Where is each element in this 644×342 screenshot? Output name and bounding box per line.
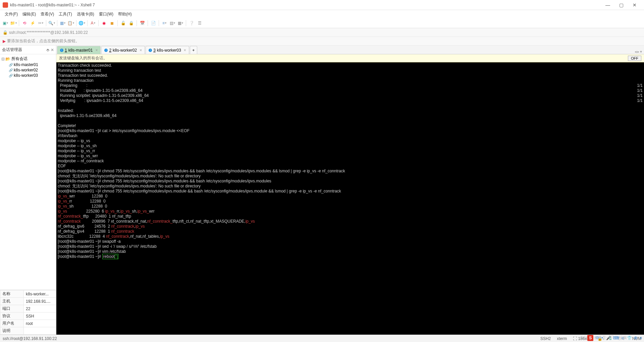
tab-worker03[interactable]: ! 3 k8s-worker03 × (146, 46, 189, 54)
status-conn: ssh://root@192.168.91.100:22 (3, 336, 57, 341)
separator (87, 20, 88, 26)
ime-set-icon[interactable]: ⚙ (634, 336, 638, 340)
open-icon[interactable]: 📁 (10, 20, 17, 26)
ime-punct[interactable]: •, (601, 336, 604, 340)
tab-master01[interactable]: ! 1 k8s-master01 × (57, 46, 101, 54)
prop-row: 主机192.168.91.... (0, 298, 56, 305)
session-tree: ⊟📂 所有会话 🔗k8s-master01 🔗k8s-worker02 🔗k8s… (0, 54, 56, 79)
ime-menu-icon[interactable]: ≡ (640, 336, 642, 340)
ime-pad-icon[interactable]: ⌨ (613, 336, 619, 340)
tab-worker02[interactable]: ! 2 k8s-worker02 × (101, 46, 145, 54)
menu-tools[interactable]: 工具(T) (57, 11, 74, 18)
tab-nav[interactable]: ◂▸▾ (633, 49, 644, 54)
menu-edit[interactable]: 编辑(E) (20, 11, 38, 18)
new-session-icon[interactable]: ▣ (2, 20, 9, 26)
disconnect-icon[interactable]: ⚡ (29, 20, 36, 26)
separator (117, 20, 118, 26)
tab-label: k8s-worker02 (113, 48, 137, 53)
ime-lang[interactable]: 中 (595, 335, 599, 341)
close-panel-icon[interactable]: ✕ (51, 48, 54, 52)
window-title: k8s-master01 - root@k8s-master01:~ - Xsh… (10, 3, 601, 7)
title-bar: k8s-master01 - root@k8s-master01:~ - Xsh… (0, 0, 644, 10)
tree-root-label: 所有会话 (11, 56, 28, 62)
cursor (115, 255, 117, 259)
minimize-button[interactable]: — (601, 2, 614, 8)
encoding-icon[interactable]: ≡ (161, 20, 168, 26)
tree-item[interactable]: 🔗k8s-master01 (1, 62, 55, 67)
app-icon (3, 2, 8, 8)
broadcast-toggle[interactable]: OFF (628, 56, 641, 61)
find-icon[interactable]: 🔍 (48, 20, 55, 26)
tab-close-icon[interactable]: × (184, 48, 186, 53)
menu-tabs[interactable]: 选项卡(B) (75, 11, 96, 18)
record-icon[interactable]: ◉ (101, 20, 107, 26)
address-bar[interactable]: 🔒 ssh://root:***************@192.168.91.… (0, 28, 644, 37)
paste-icon[interactable]: 📋 (67, 20, 74, 26)
status-term: xterm (557, 336, 567, 341)
layout2-icon[interactable]: ▦ (177, 20, 184, 26)
flag-icon: ▶ (3, 39, 6, 44)
separator (76, 20, 76, 26)
copy-icon[interactable]: ▦ (59, 20, 66, 26)
status-dot-icon: ! (104, 49, 108, 52)
sidebar-title: 会话管理器 (2, 47, 22, 53)
web-icon[interactable]: 🌐 (78, 20, 85, 26)
transfer-icon[interactable]: ✂ (37, 20, 44, 26)
prop-row: 用户名root (0, 320, 56, 327)
ime-skin-icon[interactable]: 👕 (627, 336, 632, 340)
status-dot-icon: ! (149, 49, 152, 52)
tree-root[interactable]: ⊟📂 所有会话 (1, 56, 55, 62)
ime-mic-icon[interactable]: 🎤 (606, 336, 611, 340)
broadcast-text: 发送键盘输入的所有会话。 (59, 55, 107, 61)
tab-close-icon[interactable]: × (140, 48, 142, 53)
help-icon[interactable]: ❔ (188, 20, 195, 26)
session-manager-panel: 会话管理器 ⬘ ✕ ⊟📂 所有会话 🔗k8s-master01 🔗k8s-wor… (0, 46, 56, 335)
pin-icon[interactable]: ⬘ (46, 48, 49, 52)
stop-icon[interactable]: ◼ (109, 20, 115, 26)
tab-bar: ! 1 k8s-master01 × ! 2 k8s-worker02 × ! … (56, 46, 644, 54)
font-icon[interactable]: A (90, 20, 96, 26)
separator (159, 20, 159, 26)
menu-window[interactable]: 窗口(W) (97, 11, 115, 18)
toolbar: ▣ 📁 ⟲ ⚡ ✂ 🔍 ▦ 📋 🌐 A ◉ ◼ 🔓 🔒 📅 📄 ≡ ▤ ▦ ❔ … (0, 18, 644, 28)
broadcast-bar: 发送键盘输入的所有会话。 OFF (56, 54, 644, 62)
terminal[interactable]: Transaction check succeeded. Running tra… (56, 62, 644, 335)
tree-item-label: k8s-worker03 (14, 73, 38, 78)
separator (148, 20, 148, 26)
prop-row: 端口22 (0, 305, 56, 312)
prop-row: 名称k8s-worker... (0, 290, 56, 298)
layout-icon[interactable]: ▤ (169, 20, 176, 26)
menu-help[interactable]: 帮助(H) (116, 11, 134, 18)
tree-item-label: k8s-master01 (14, 62, 38, 67)
menu-view[interactable]: 查看(V) (39, 11, 56, 18)
about-icon[interactable]: ☰ (196, 20, 203, 26)
tree-item[interactable]: 🔗k8s-worker03 (1, 73, 55, 78)
lock-icon[interactable]: 🔓 (120, 20, 126, 26)
cal-icon[interactable]: 📅 (139, 20, 146, 26)
close-button[interactable]: ✕ (628, 2, 641, 8)
ime-logo-icon: S (587, 335, 593, 341)
reconnect-icon[interactable]: ⟲ (21, 20, 28, 26)
status-dot-icon: ! (60, 49, 63, 52)
separator (137, 20, 137, 26)
hint-bar: ▶ 要添加当前会话，点击左侧的箭头按钮。 (0, 37, 644, 46)
separator (186, 20, 186, 26)
maximize-button[interactable]: ▢ (614, 2, 628, 8)
status-bar: ssh://root@192.168.91.100:22 SSH2 xterm … (0, 335, 644, 342)
separator (98, 20, 99, 26)
tree-item[interactable]: 🔗k8s-worker02 (1, 67, 55, 73)
script-icon[interactable]: 📄 (150, 20, 157, 26)
properties-panel: 名称k8s-worker... 主机192.168.91.... 端口22 协议… (0, 290, 56, 335)
lock-icon: 🔒 (3, 30, 8, 35)
tab-add-button[interactable]: + (190, 46, 197, 54)
tab-close-icon[interactable]: × (95, 48, 98, 53)
hint-text: 要添加当前会话，点击左侧的箭头按钮。 (7, 38, 79, 44)
menu-bar: 文件(F) 编辑(E) 查看(V) 工具(T) 选项卡(B) 窗口(W) 帮助(… (0, 10, 644, 18)
key-icon[interactable]: 🔒 (128, 20, 135, 26)
ime-bar[interactable]: S 中 •, 🎤 ⌨ ☺ 👕 ⚙ ≡ (587, 335, 642, 341)
tab-label: k8s-worker03 (157, 48, 181, 53)
prop-row: 说明 (0, 327, 56, 335)
ime-face-icon[interactable]: ☺ (621, 336, 625, 340)
menu-file[interactable]: 文件(F) (3, 11, 20, 18)
tab-label: k8s-master01 (68, 48, 93, 53)
